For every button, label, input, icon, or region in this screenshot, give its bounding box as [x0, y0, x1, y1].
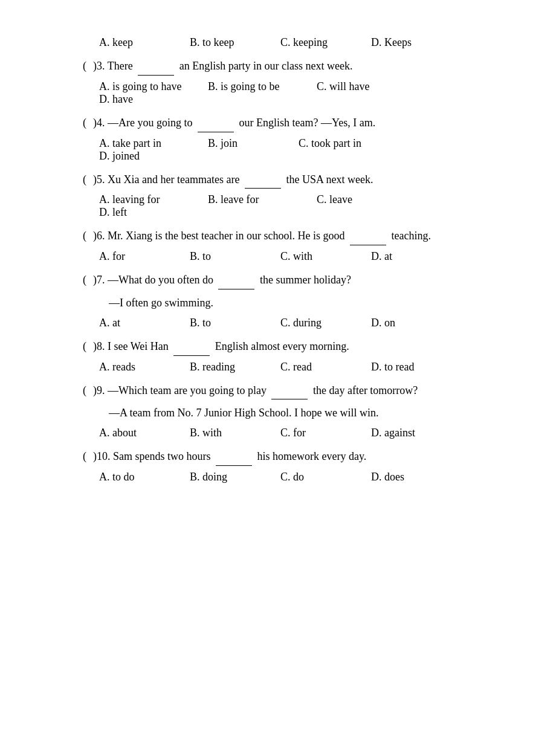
question-5-text: ( )5. Xu Xia and her teammates are the U… — [79, 171, 477, 189]
question-9-sub: —A team from No. 7 Junior High School. I… — [109, 404, 477, 422]
question-6-text: ( )6. Mr. Xiang is the best teacher in o… — [79, 227, 477, 245]
option-7a: A. at — [99, 317, 172, 329]
option-a: A. keep — [99, 36, 172, 49]
option-3d: D. have — [99, 93, 172, 106]
option-9d: D. against — [371, 427, 444, 439]
option-4d: D. joined — [99, 150, 172, 163]
options-row-4: A. take part in B. join C. took part in … — [99, 137, 477, 163]
question-continuation: A. keep B. to keep C. keeping D. Keeps — [79, 36, 477, 49]
blank-4 — [198, 114, 234, 132]
blank-9 — [271, 382, 308, 400]
blank-5 — [245, 171, 281, 189]
option-7c: C. during — [280, 317, 353, 329]
option-10a: A. to do — [99, 471, 172, 483]
options-row-3: A. is going to have B. is going to be C.… — [99, 80, 477, 106]
blank-10 — [216, 448, 252, 466]
option-5b: B. leave for — [208, 193, 305, 206]
worksheet-content: A. keep B. to keep C. keeping D. Keeps (… — [79, 36, 477, 483]
question-3-text: ( )3. There an English party in our clas… — [79, 57, 477, 76]
option-6a: A. for — [99, 250, 172, 263]
option-7d: D. on — [371, 317, 444, 329]
option-3b: B. is going to be — [208, 80, 305, 93]
blank-6 — [350, 227, 386, 245]
option-4a: A. take part in — [99, 137, 196, 150]
question-7: ( )7. —What do you often do the summer h… — [79, 271, 477, 329]
question-9: ( )9. —Which team are you going to play … — [79, 382, 477, 440]
option-5a: A. leaving for — [99, 193, 196, 206]
options-row-8: A. reads B. reading C. read D. to read — [99, 361, 477, 373]
option-d: D. Keeps — [371, 36, 444, 49]
options-row-1: A. keep B. to keep C. keeping D. Keeps — [99, 36, 477, 49]
blank-7 — [218, 271, 254, 289]
blank-8 — [173, 338, 210, 356]
question-8-text: ( )8. I see Wei Han English almost every… — [79, 338, 477, 356]
question-7-sub: —I often go swimming. — [109, 294, 477, 312]
option-4b: B. join — [208, 137, 280, 150]
option-9b: B. with — [190, 427, 262, 439]
question-7-text: ( )7. —What do you often do the summer h… — [79, 271, 477, 289]
option-8a: A. reads — [99, 361, 172, 373]
option-c: C. keeping — [280, 36, 353, 49]
option-9c: C. for — [280, 427, 353, 439]
option-b: B. to keep — [190, 36, 262, 49]
question-10: ( )10. Sam spends two hours his homework… — [79, 448, 477, 483]
options-row-5: A. leaving for B. leave for C. leave D. … — [99, 193, 477, 219]
option-4c: C. took part in — [299, 137, 395, 150]
option-5d: D. left — [99, 206, 172, 219]
blank-3 — [138, 57, 174, 76]
options-row-10: A. to do B. doing C. do D. does — [99, 471, 477, 483]
option-7b: B. to — [190, 317, 262, 329]
option-8b: B. reading — [190, 361, 262, 373]
option-10d: D. does — [371, 471, 444, 483]
option-3a: A. is going to have — [99, 80, 196, 93]
option-10b: B. doing — [190, 471, 262, 483]
question-6: ( )6. Mr. Xiang is the best teacher in o… — [79, 227, 477, 263]
option-6c: C. with — [280, 250, 353, 263]
question-5: ( )5. Xu Xia and her teammates are the U… — [79, 171, 477, 219]
options-row-6: A. for B. to C. with D. at — [99, 250, 477, 263]
option-5c: C. leave — [317, 193, 389, 206]
option-6d: D. at — [371, 250, 444, 263]
question-4: ( )4. —Are you going to our English team… — [79, 114, 477, 163]
option-10c: C. do — [280, 471, 353, 483]
option-8d: D. to read — [371, 361, 444, 373]
question-8: ( )8. I see Wei Han English almost every… — [79, 338, 477, 373]
option-6b: B. to — [190, 250, 262, 263]
option-3c: C. will have — [317, 80, 413, 93]
question-3: ( )3. There an English party in our clas… — [79, 57, 477, 106]
question-9-text: ( )9. —Which team are you going to play … — [79, 382, 477, 400]
options-row-9: A. about B. with C. for D. against — [99, 427, 477, 439]
options-row-7: A. at B. to C. during D. on — [99, 317, 477, 329]
option-8c: C. read — [280, 361, 353, 373]
question-10-text: ( )10. Sam spends two hours his homework… — [79, 448, 477, 466]
question-4-text: ( )4. —Are you going to our English team… — [79, 114, 477, 132]
option-9a: A. about — [99, 427, 172, 439]
